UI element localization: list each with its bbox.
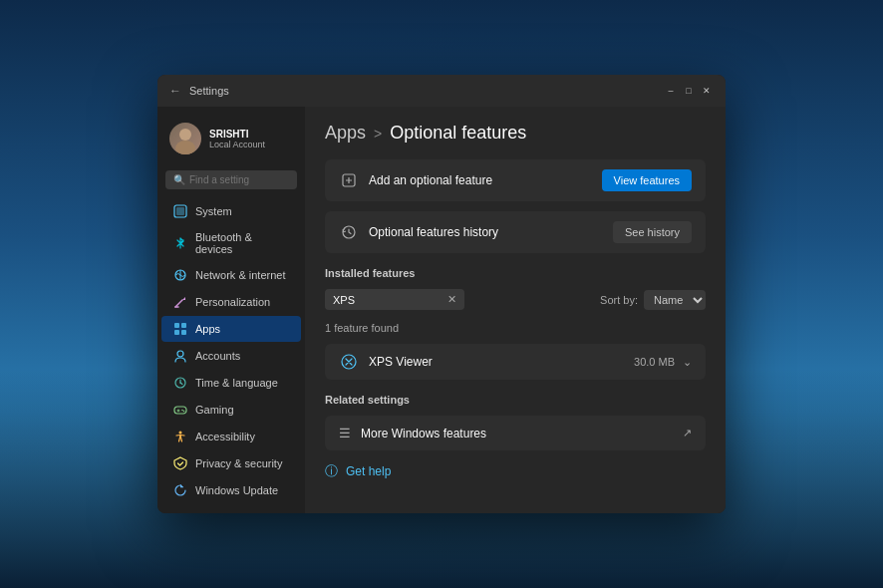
sidebar-item-bluetooth[interactable]: Bluetooth & devices — [161, 225, 301, 261]
accounts-nav-icon — [173, 349, 187, 363]
search-icon: 🔍 — [173, 174, 185, 185]
privacy-nav-icon — [173, 456, 187, 470]
svg-point-0 — [179, 129, 191, 141]
add-feature-label: Add an optional feature — [369, 173, 492, 187]
svg-rect-16 — [174, 407, 186, 414]
sidebar-item-time[interactable]: Time & language — [161, 370, 301, 396]
minimize-button[interactable]: – — [664, 84, 678, 98]
add-feature-icon — [339, 170, 359, 190]
filter-clear-icon[interactable]: ✕ — [447, 293, 456, 306]
svg-point-19 — [181, 410, 183, 412]
sidebar-item-network[interactable]: Network & internet — [161, 262, 301, 288]
svg-point-20 — [183, 411, 185, 413]
svg-line-23 — [180, 436, 182, 441]
user-info: SRISHTI Local Account — [209, 129, 265, 149]
history-icon — [339, 222, 359, 242]
network-nav-icon — [173, 268, 187, 282]
accessibility-label: Accessibility — [195, 431, 255, 442]
installed-item-left: XPS Viewer — [339, 352, 433, 372]
window-body: SRISHTI Local Account 🔍 SystemBluetooth … — [157, 107, 726, 513]
update-label: Windows Update — [195, 484, 278, 496]
system-label: System — [195, 205, 232, 217]
nav-list: SystemBluetooth & devicesNetwork & inter… — [157, 197, 305, 504]
svg-rect-3 — [176, 207, 184, 215]
see-history-button[interactable]: See history — [613, 221, 692, 243]
get-help-label: Get help — [346, 464, 391, 478]
sort-select[interactable]: Name Size — [644, 290, 706, 310]
history-label: Optional features history — [369, 225, 498, 239]
svg-rect-11 — [181, 330, 186, 335]
chevron-down-icon: ⌄ — [683, 356, 692, 369]
breadcrumb-apps[interactable]: Apps — [325, 123, 366, 144]
personalization-label: Personalization — [195, 296, 270, 308]
results-count: 1 feature found — [325, 322, 706, 334]
apps-label: Apps — [195, 323, 220, 335]
page-title: Optional features — [390, 123, 526, 144]
avatar — [169, 123, 201, 154]
back-button[interactable]: ← — [169, 84, 181, 98]
gaming-label: Gaming — [195, 404, 234, 416]
time-label: Time & language — [195, 377, 278, 389]
bluetooth-label: Bluetooth & devices — [195, 231, 289, 255]
maximize-button[interactable]: □ — [682, 84, 696, 98]
svg-point-12 — [177, 351, 183, 357]
installed-section-title: Installed features — [325, 267, 706, 279]
xps-viewer-icon — [339, 352, 359, 372]
page-header: Apps > Optional features — [325, 123, 706, 144]
help-icon: ⓘ — [325, 462, 338, 480]
personalization-nav-icon — [173, 295, 187, 309]
related-icon: ☰ — [339, 426, 351, 441]
filter-input-wrapper[interactable]: ✕ — [325, 289, 464, 310]
xps-viewer-size: 30.0 MB — [634, 356, 675, 368]
external-link-icon: ↗ — [683, 427, 692, 440]
get-help-row[interactable]: ⓘ Get help — [325, 462, 706, 480]
update-nav-icon — [173, 483, 187, 497]
related-section-title: Related settings — [325, 394, 706, 406]
user-name: SRISHTI — [209, 129, 265, 140]
close-button[interactable]: ✕ — [700, 84, 714, 98]
sidebar-item-accounts[interactable]: Accounts — [161, 343, 301, 369]
settings-window: ← Settings – □ ✕ S — [157, 75, 726, 513]
search-box[interactable]: 🔍 — [165, 170, 297, 189]
sidebar-item-privacy[interactable]: Privacy & security — [161, 450, 301, 476]
breadcrumb-arrow: > — [374, 126, 382, 142]
sidebar-item-update[interactable]: Windows Update — [161, 477, 301, 503]
sidebar-item-system[interactable]: System — [161, 198, 301, 224]
installed-item-xps[interactable]: XPS Viewer 30.0 MB ⌄ — [325, 344, 706, 380]
bluetooth-nav-icon — [173, 236, 187, 250]
avatar-inner — [169, 123, 201, 154]
svg-rect-10 — [174, 330, 179, 335]
history-row: Optional features history See history — [325, 211, 706, 253]
filter-input[interactable] — [333, 294, 443, 306]
main-content: Apps > Optional features Add an optional… — [305, 107, 726, 513]
add-feature-row: Add an optional feature View features — [325, 159, 706, 201]
svg-line-6 — [175, 300, 182, 307]
sidebar-item-accessibility[interactable]: Accessibility — [161, 424, 301, 449]
privacy-label: Privacy & security — [195, 457, 282, 469]
window-title: Settings — [189, 85, 229, 97]
gaming-nav-icon — [173, 403, 187, 417]
more-windows-features-row[interactable]: ☰ More Windows features ↗ — [325, 416, 706, 450]
sidebar: SRISHTI Local Account 🔍 SystemBluetooth … — [157, 107, 305, 513]
svg-point-1 — [175, 141, 195, 154]
related-left: ☰ More Windows features — [339, 426, 486, 441]
title-bar: ← Settings – □ ✕ — [157, 75, 726, 107]
history-left: Optional features history — [339, 222, 498, 242]
time-nav-icon — [173, 376, 187, 390]
filter-row: ✕ Sort by: Name Size — [325, 289, 706, 310]
sidebar-item-personalization[interactable]: Personalization — [161, 289, 301, 315]
sidebar-item-apps[interactable]: Apps — [161, 316, 301, 342]
network-label: Network & internet — [195, 269, 285, 281]
user-role: Local Account — [209, 140, 265, 149]
view-features-button[interactable]: View features — [602, 169, 692, 191]
related-label: More Windows features — [361, 427, 486, 441]
system-nav-icon — [173, 204, 187, 218]
xps-viewer-name: XPS Viewer — [369, 355, 433, 369]
svg-line-15 — [180, 383, 182, 385]
installed-item-right: 30.0 MB ⌄ — [634, 356, 692, 369]
apps-nav-icon — [173, 322, 187, 336]
svg-rect-9 — [181, 323, 186, 328]
search-input[interactable] — [189, 174, 289, 185]
sidebar-item-gaming[interactable]: Gaming — [161, 397, 301, 423]
sort-label: Sort by: — [600, 294, 638, 306]
